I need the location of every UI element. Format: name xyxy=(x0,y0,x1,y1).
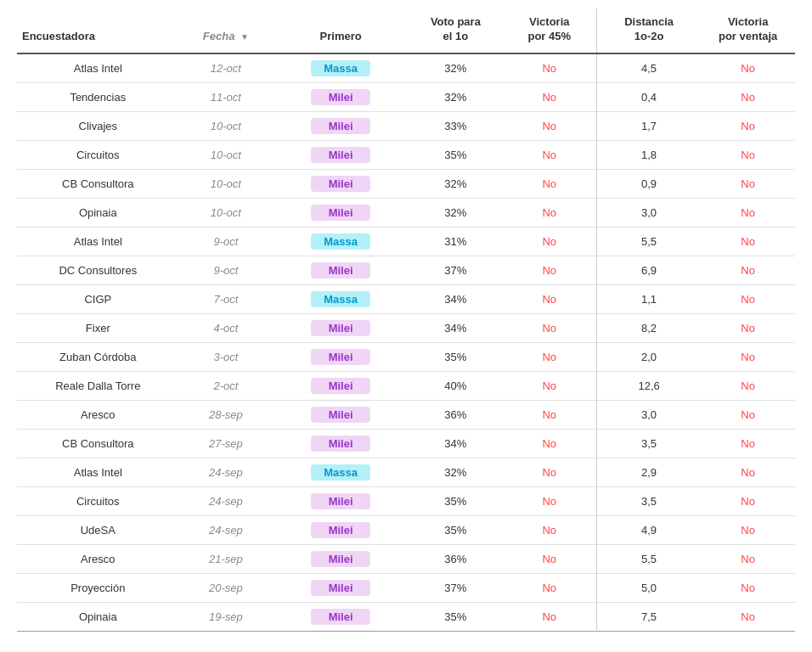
cell-victoria45: No xyxy=(503,82,597,111)
table-row: Atlas Intel24-sepMassa32%No2,9No xyxy=(17,458,795,486)
table-row: Clivajes10-octMilei33%No1,7No xyxy=(17,111,795,140)
cell-voto: 32% xyxy=(409,82,503,111)
table-row: Atlas Intel9-octMassa31%No5,5No xyxy=(17,227,795,256)
header-fecha[interactable]: Fecha ▼ xyxy=(179,8,273,53)
cell-encuestadora: Aresco xyxy=(17,400,179,429)
cell-voto: 32% xyxy=(409,53,503,83)
primero-badge: Milei xyxy=(311,349,370,365)
header-victoria-ventaja-text: Victoriapor ventaja xyxy=(719,15,777,42)
cell-fecha: 10-oct xyxy=(179,111,273,140)
cell-encuestadora: Proyección xyxy=(17,573,179,602)
cell-voto: 32% xyxy=(409,458,503,486)
primero-badge: Milei xyxy=(311,407,370,423)
cell-distancia: 3,0 xyxy=(596,400,701,429)
cell-distancia: 4,9 xyxy=(596,515,701,544)
cell-distancia: 12,6 xyxy=(596,371,701,400)
primero-badge: Milei xyxy=(311,89,370,105)
primero-badge: Milei xyxy=(311,522,370,538)
table-row: Opinaia19-sepMilei35%No7,5No xyxy=(17,602,795,631)
table-row: Aresco28-sepMilei36%No3,0No xyxy=(17,400,795,429)
cell-victoria45: No xyxy=(503,573,597,602)
cell-fecha: 27-sep xyxy=(179,429,273,458)
cell-distancia: 3,5 xyxy=(596,429,701,458)
header-voto1o: Voto parael 1o xyxy=(409,8,503,53)
cell-primero: Massa xyxy=(273,53,409,83)
cell-encuestadora: Tendencias xyxy=(17,82,179,111)
cell-victoria45: No xyxy=(503,111,597,140)
cell-encuestadora: Circuitos xyxy=(17,140,179,169)
cell-primero: Milei xyxy=(273,400,409,429)
cell-victoria45: No xyxy=(503,515,597,544)
primero-badge: Milei xyxy=(311,320,370,336)
primero-badge: Milei xyxy=(311,580,370,596)
cell-victoria-ventaja: No xyxy=(701,342,795,371)
cell-fecha: 24-sep xyxy=(179,458,273,486)
header-voto1o-text: Voto parael 1o xyxy=(431,15,481,42)
cell-voto: 37% xyxy=(409,573,503,602)
table-row: Aresco21-sepMilei36%No5,5No xyxy=(17,544,795,573)
cell-primero: Milei xyxy=(273,429,409,458)
primero-badge: Massa xyxy=(311,60,370,76)
cell-distancia: 2,9 xyxy=(596,458,701,486)
cell-encuestadora: CB Consultora xyxy=(17,169,179,198)
cell-distancia: 5,5 xyxy=(596,544,701,573)
table-row: Fixer4-octMilei34%No8,2No xyxy=(17,313,795,342)
cell-victoria45: No xyxy=(503,256,597,284)
cell-primero: Milei xyxy=(273,544,409,573)
cell-primero: Massa xyxy=(273,284,409,313)
cell-voto: 32% xyxy=(409,169,503,198)
cell-victoria-ventaja: No xyxy=(701,515,795,544)
cell-distancia: 1,1 xyxy=(596,284,701,313)
table-row: CB Consultora27-sepMilei34%No3,5No xyxy=(17,429,795,458)
cell-encuestadora: Opinaia xyxy=(17,602,179,631)
table-row: Reale Dalla Torre2-octMilei40%No12,6No xyxy=(17,371,795,400)
cell-fecha: 9-oct xyxy=(179,227,273,256)
cell-primero: Massa xyxy=(273,458,409,486)
cell-fecha: 9-oct xyxy=(179,256,273,284)
cell-victoria-ventaja: No xyxy=(701,140,795,169)
cell-fecha: 11-oct xyxy=(179,82,273,111)
cell-victoria-ventaja: No xyxy=(701,256,795,284)
cell-victoria-ventaja: No xyxy=(701,284,795,313)
cell-encuestadora: Aresco xyxy=(17,544,179,573)
cell-distancia: 4,5 xyxy=(596,53,701,83)
cell-distancia: 3,5 xyxy=(596,486,701,515)
primero-badge: Milei xyxy=(311,118,370,134)
cell-distancia: 0,9 xyxy=(596,169,701,198)
header-victoria45: Victoriapor 45% xyxy=(503,8,597,53)
cell-distancia: 1,8 xyxy=(596,140,701,169)
header-primero: Primero xyxy=(273,8,409,53)
primero-badge: Milei xyxy=(311,493,370,509)
table-row: DC Consultores9-octMilei37%No6,9No xyxy=(17,256,795,284)
cell-victoria45: No xyxy=(503,169,597,198)
cell-voto: 35% xyxy=(409,140,503,169)
cell-voto: 32% xyxy=(409,198,503,227)
cell-primero: Milei xyxy=(273,82,409,111)
cell-fecha: 10-oct xyxy=(179,198,273,227)
cell-victoria-ventaja: No xyxy=(701,198,795,227)
cell-primero: Milei xyxy=(273,140,409,169)
cell-victoria45: No xyxy=(503,429,597,458)
table-row: CIGP7-octMassa34%No1,1No xyxy=(17,284,795,313)
cell-voto: 34% xyxy=(409,313,503,342)
cell-distancia: 7,5 xyxy=(596,602,701,631)
cell-encuestadora: Opinaia xyxy=(17,198,179,227)
primero-badge: Milei xyxy=(311,436,370,452)
cell-voto: 35% xyxy=(409,486,503,515)
cell-fecha: 24-sep xyxy=(179,486,273,515)
cell-victoria-ventaja: No xyxy=(701,573,795,602)
primero-badge: Milei xyxy=(311,609,370,625)
primero-badge: Milei xyxy=(311,262,370,278)
cell-encuestadora: CB Consultora xyxy=(17,429,179,458)
primero-badge: Milei xyxy=(311,205,370,221)
cell-distancia: 5,5 xyxy=(596,227,701,256)
cell-victoria45: No xyxy=(503,602,597,631)
table-row: Circuitos10-octMilei35%No1,8No xyxy=(17,140,795,169)
cell-encuestadora: Zuban Córdoba xyxy=(17,342,179,371)
cell-primero: Milei xyxy=(273,169,409,198)
cell-fecha: 28-sep xyxy=(179,400,273,429)
table-row: Zuban Córdoba3-octMilei35%No2,0No xyxy=(17,342,795,371)
cell-fecha: 21-sep xyxy=(179,544,273,573)
cell-encuestadora: Reale Dalla Torre xyxy=(17,371,179,400)
cell-encuestadora: Fixer xyxy=(17,313,179,342)
